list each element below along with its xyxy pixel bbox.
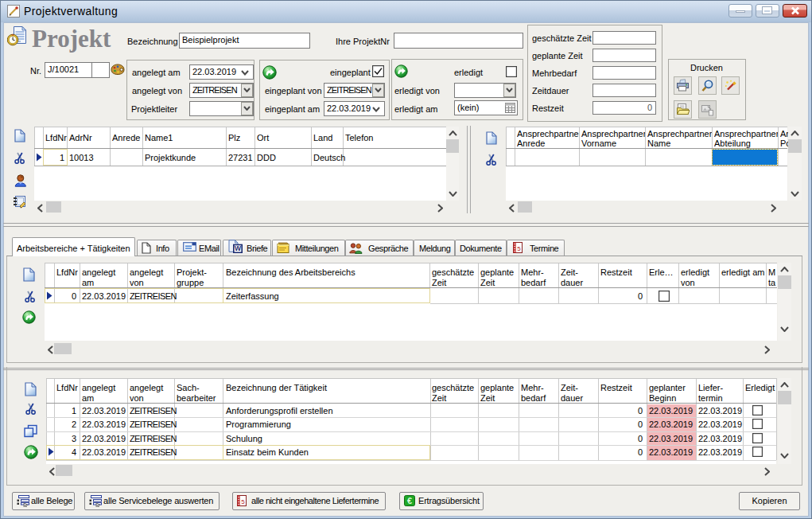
svg-text:W: W xyxy=(235,244,242,252)
svg-text:5: 5 xyxy=(241,498,245,505)
svg-text:€: € xyxy=(407,496,412,505)
svg-text:5: 5 xyxy=(517,245,521,252)
